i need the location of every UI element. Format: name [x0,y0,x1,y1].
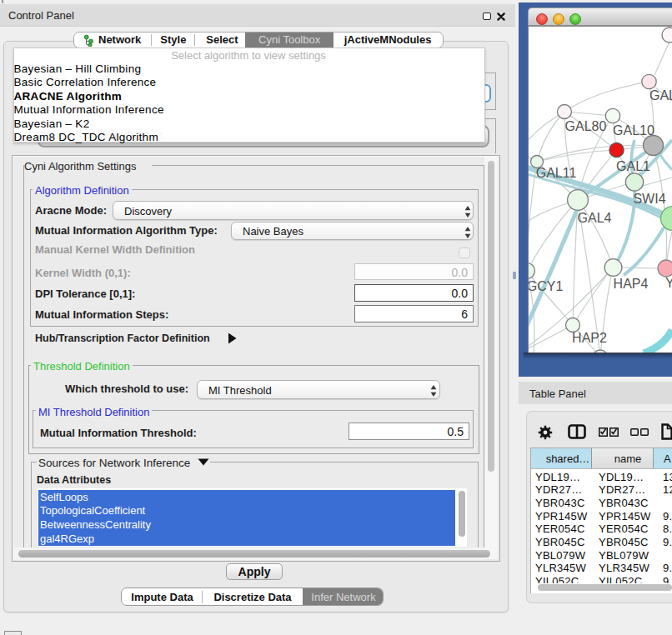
svg-text:HAP2: HAP2 [572,331,607,345]
svg-text:GAL7: GAL7 [649,88,672,102]
svg-text:SWI4: SWI4 [633,192,665,206]
svg-text:GAL1: GAL1 [616,159,650,173]
svg-text:GAL10: GAL10 [613,123,654,138]
svg-text:HAP4: HAP4 [614,277,649,291]
svg-text:Y: Y [665,276,672,290]
svg-text:GAL11: GAL11 [536,166,577,180]
svg-text:GCY1: GCY1 [528,279,563,293]
svg-text:GAL80: GAL80 [565,119,607,133]
svg-text:GAL4: GAL4 [578,211,612,225]
